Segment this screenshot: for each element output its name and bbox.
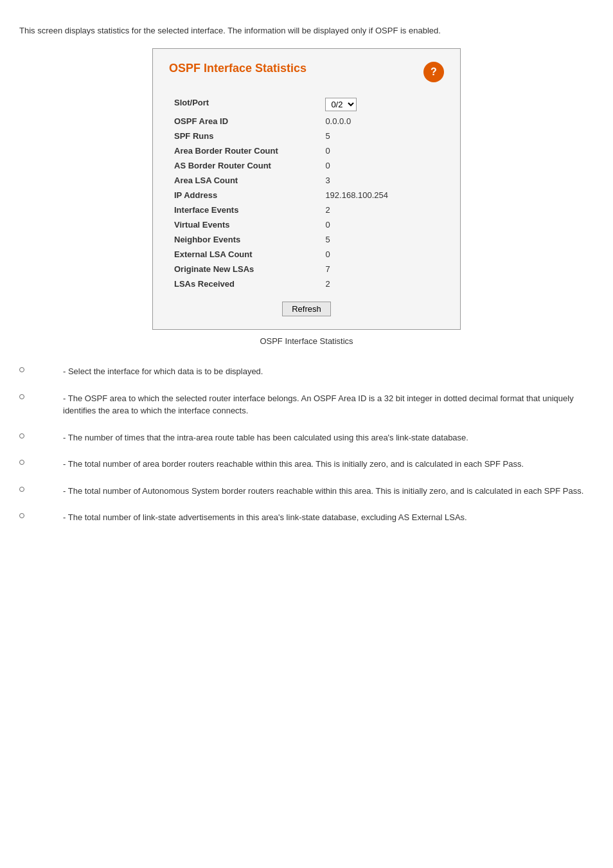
stats-table: Slot/Port0/2OSPF Area ID0.0.0.0SPF Runs5…: [169, 95, 444, 291]
stats-label: Area LSA Count: [169, 173, 320, 188]
card-caption: OSPF Interface Statistics: [19, 336, 594, 346]
stats-row: Area Border Router Count0: [169, 143, 444, 158]
bullet-text: - The number of times that the intra-are…: [63, 431, 468, 444]
intro-text: This screen displays statistics for the …: [19, 26, 594, 35]
stats-value: 3: [320, 173, 444, 188]
stats-card: OSPF Interface Statistics ? Slot/Port0/2…: [152, 48, 461, 330]
bullet-list: - Select the interface for which data is…: [19, 365, 594, 524]
slot-port-select[interactable]: 0/2: [325, 98, 357, 111]
stats-value: 7: [320, 262, 444, 276]
stats-value: 0: [320, 158, 444, 173]
stats-row: Neighbor Events5: [169, 232, 444, 247]
stats-value: 192.168.100.254: [320, 188, 444, 203]
bullet-circle-icon: [19, 487, 24, 492]
bullet-circle-icon: [19, 513, 24, 518]
stats-value: 0: [320, 217, 444, 232]
stats-label: Virtual Events: [169, 217, 320, 232]
card-header: OSPF Interface Statistics ?: [169, 62, 444, 82]
stats-row: Area LSA Count3: [169, 173, 444, 188]
stats-label: External LSA Count: [169, 247, 320, 262]
stats-label: Originate New LSAs: [169, 262, 320, 276]
stats-value: 0: [320, 143, 444, 158]
bullet-text: - The OSPF area to which the selected ro…: [63, 392, 594, 417]
stats-row: Interface Events2: [169, 203, 444, 217]
stats-label: LSAs Received: [169, 276, 320, 291]
stats-value: 2: [320, 276, 444, 291]
bullet-text: - The total number of link-state adverti…: [63, 511, 467, 524]
stats-row: External LSA Count0: [169, 247, 444, 262]
stats-value: 0/2: [320, 95, 444, 114]
stats-value: 0: [320, 247, 444, 262]
stats-label: Interface Events: [169, 203, 320, 217]
refresh-row: Refresh: [169, 302, 444, 316]
bullet-item: - The OSPF area to which the selected ro…: [19, 392, 594, 417]
stats-value: 2: [320, 203, 444, 217]
bullet-item: - Select the interface for which data is…: [19, 365, 594, 378]
stats-label: IP Address: [169, 188, 320, 203]
stats-label: Neighbor Events: [169, 232, 320, 247]
stats-value: 5: [320, 232, 444, 247]
stats-row: OSPF Area ID0.0.0.0: [169, 114, 444, 129]
stats-row: Slot/Port0/2: [169, 95, 444, 114]
stats-value: 5: [320, 129, 444, 143]
help-icon[interactable]: ?: [423, 62, 444, 82]
bullet-circle-icon: [19, 394, 24, 399]
bullet-circle-icon: [19, 460, 24, 465]
stats-label: Slot/Port: [169, 95, 320, 114]
bullet-text: - Select the interface for which data is…: [63, 365, 263, 378]
stats-label: AS Border Router Count: [169, 158, 320, 173]
bullet-text: - The total number of area border router…: [63, 458, 524, 471]
stats-row: LSAs Received2: [169, 276, 444, 291]
bullet-circle-icon: [19, 433, 24, 439]
stats-label: OSPF Area ID: [169, 114, 320, 129]
bullet-item: - The total number of area border router…: [19, 458, 594, 471]
bullet-text: - The total number of Autonomous System …: [63, 485, 583, 498]
stats-row: Virtual Events0: [169, 217, 444, 232]
refresh-button[interactable]: Refresh: [282, 302, 331, 316]
stats-label: Area Border Router Count: [169, 143, 320, 158]
stats-row: Originate New LSAs7: [169, 262, 444, 276]
bullet-circle-icon: [19, 367, 24, 372]
card-container: OSPF Interface Statistics ? Slot/Port0/2…: [19, 48, 594, 330]
stats-row: SPF Runs5: [169, 129, 444, 143]
stats-label: SPF Runs: [169, 129, 320, 143]
bullet-item: - The total number of Autonomous System …: [19, 485, 594, 498]
stats-row: AS Border Router Count0: [169, 158, 444, 173]
stats-value: 0.0.0.0: [320, 114, 444, 129]
bullet-item: - The total number of link-state adverti…: [19, 511, 594, 524]
stats-row: IP Address192.168.100.254: [169, 188, 444, 203]
bullet-item: - The number of times that the intra-are…: [19, 431, 594, 444]
card-title: OSPF Interface Statistics: [169, 62, 306, 75]
